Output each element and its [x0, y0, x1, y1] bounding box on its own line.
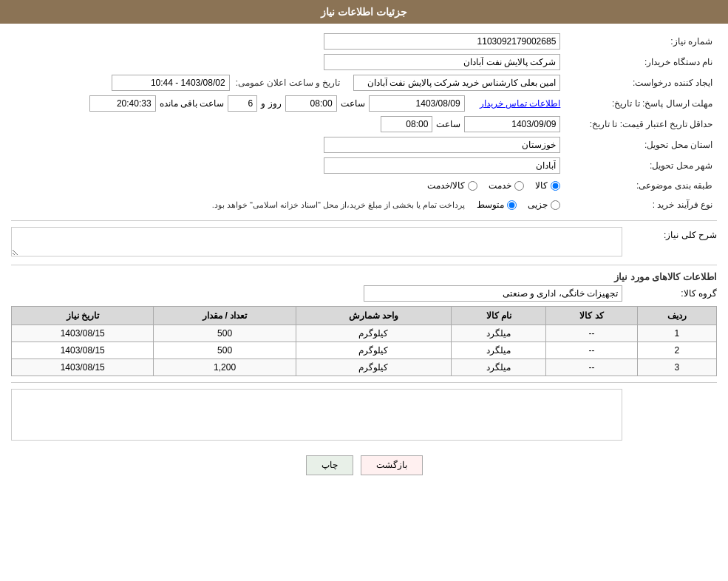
remaining-input[interactable]	[89, 95, 156, 112]
goods-table-head: ردیف کد کالا نام کالا واحد شمارش تعداد /…	[12, 307, 717, 325]
need-number-label: شماره نیاز:	[565, 31, 717, 52]
announcement-date-input[interactable]	[112, 75, 230, 91]
buyer-org-label: نام دستگاه خریدار:	[565, 52, 717, 72]
creator-value: تاریخ و ساعت اعلان عمومی:	[11, 72, 565, 93]
table-cell: 2	[637, 342, 716, 359]
category-goods-radio[interactable]	[551, 181, 560, 191]
table-cell: میلگرد	[452, 359, 546, 376]
goods-group-label: گروه کالا:	[628, 288, 717, 299]
goods-group-value	[364, 285, 622, 302]
table-cell: 3	[637, 359, 716, 376]
buyer-org-input[interactable]	[324, 54, 560, 70]
city-value	[11, 155, 565, 176]
table-cell: 1403/08/15	[12, 359, 154, 376]
back-button[interactable]: بازگشت	[361, 455, 423, 475]
table-row: 2--میلگردکیلوگرم5001403/08/15	[12, 342, 717, 359]
process-partial-radio[interactable]	[551, 200, 560, 210]
price-deadline-value: ساعت	[11, 114, 565, 135]
price-deadline-row: حداقل تاریخ اعتبار قیمت: تا تاریخ: ساعت	[11, 114, 717, 135]
button-row: بازگشت چاپ	[11, 446, 717, 484]
province-label: استان محل تحویل:	[565, 135, 717, 155]
category-service-radio[interactable]	[514, 181, 524, 191]
city-label: شهر محل تحویل:	[565, 155, 717, 176]
response-date-input[interactable]	[369, 95, 465, 112]
response-days-input[interactable]	[228, 95, 257, 112]
process-note: پرداخت تمام یا بخشی از مبلغ خرید،از محل …	[208, 198, 470, 212]
process-partial-item[interactable]: جزیی	[528, 200, 560, 210]
table-cell: 1	[637, 325, 716, 342]
process-partial-label: جزیی	[528, 200, 548, 210]
buyer-comments-section	[11, 389, 717, 441]
table-cell: 500	[154, 342, 296, 359]
divider-3	[11, 382, 717, 383]
process-options: جزیی متوسط پرداخت تمام یا بخشی از مبلغ خ…	[11, 195, 565, 214]
col-code: کد کالا	[546, 307, 637, 325]
category-service-item[interactable]: خدمت	[489, 180, 524, 191]
province-row: استان محل تحویل:	[11, 135, 717, 155]
divider-2	[11, 265, 717, 265]
goods-section-title: اطلاعات کالاهای مورد نیاز	[11, 271, 717, 282]
response-time-label: ساعت	[341, 98, 365, 109]
table-row: 3--میلگردکیلوگرم1,2001403/08/15	[12, 359, 717, 376]
table-cell: 500	[154, 325, 296, 342]
category-goods-service-radio[interactable]	[468, 181, 477, 191]
creator-label: ایجاد کننده درخواست:	[565, 72, 717, 93]
response-time-input[interactable]	[285, 95, 337, 112]
process-medium-radio[interactable]	[507, 200, 517, 210]
price-time-label: ساعت	[436, 119, 460, 129]
content-area: شماره نیاز: نام دستگاه خریدار: ایجاد کنن…	[0, 24, 728, 492]
announcement-row: ایجاد کننده درخواست: تاریخ و ساعت اعلان …	[11, 72, 717, 93]
table-row: 1--میلگردکیلوگرم5001403/08/15	[12, 325, 717, 342]
need-number-row: شماره نیاز:	[11, 31, 717, 52]
table-cell: --	[546, 359, 637, 376]
need-number-input[interactable]	[324, 33, 560, 50]
process-medium-item[interactable]: متوسط	[477, 200, 517, 210]
need-description-textarea[interactable]	[11, 227, 622, 256]
print-button[interactable]: چاپ	[306, 455, 353, 475]
announcement-label: تاریخ و ساعت اعلان عمومی:	[236, 78, 341, 88]
table-cell: میلگرد	[452, 342, 546, 359]
price-date-input[interactable]	[464, 116, 560, 132]
need-description-section: شرح کلی نیاز:	[11, 227, 717, 259]
table-cell: کیلوگرم	[296, 325, 452, 342]
page-wrapper: جزئیات اطلاعات نیاز شماره نیاز: نام دستگ…	[0, 0, 728, 581]
process-label: نوع فرآیند خرید :	[565, 195, 717, 214]
table-cell: کیلوگرم	[296, 342, 452, 359]
need-description-value	[11, 227, 622, 259]
response-deadline-label: مهلت ارسال پاسخ: تا تاریخ:	[565, 93, 717, 114]
province-input[interactable]	[324, 137, 560, 153]
page-title: جزئیات اطلاعات نیاز	[321, 6, 407, 18]
price-deadline-label: حداقل تاریخ اعتبار قیمت: تا تاریخ:	[565, 114, 717, 135]
need-number-value	[11, 31, 565, 52]
category-goods-service-item[interactable]: کالا/خدمت	[427, 180, 477, 191]
buyer-org-row: نام دستگاه خریدار:	[11, 52, 717, 72]
contact-row: مهلت ارسال پاسخ: تا تاریخ: اطلاعات تماس …	[11, 93, 717, 114]
response-days-label: روز و	[261, 98, 281, 109]
col-name: نام کالا	[452, 307, 546, 325]
col-date: تاریخ نیاز	[12, 307, 154, 325]
category-goods-item[interactable]: کالا	[535, 180, 560, 191]
response-deadline-value: اطلاعات تماس خریدار ساعت روز و ساعت باقی…	[11, 93, 565, 114]
process-medium-label: متوسط	[477, 200, 504, 210]
goods-table: ردیف کد کالا نام کالا واحد شمارش تعداد /…	[11, 306, 717, 376]
price-time-input[interactable]	[381, 116, 432, 132]
buyer-comments-label	[628, 389, 717, 392]
contact-info-link[interactable]: اطلاعات تماس خریدار	[480, 98, 561, 109]
divider-1	[11, 220, 717, 221]
creator-input[interactable]	[353, 75, 560, 91]
goods-group-input[interactable]	[364, 285, 622, 302]
table-cell: 1,200	[154, 359, 296, 376]
need-description-label: شرح کلی نیاز:	[628, 227, 717, 240]
category-label: طبقه بندی موضوعی:	[565, 176, 717, 195]
buyer-comments-box	[11, 389, 622, 441]
province-value	[11, 135, 565, 155]
page-header: جزئیات اطلاعات نیاز	[0, 0, 728, 24]
goods-table-header-row: ردیف کد کالا نام کالا واحد شمارش تعداد /…	[12, 307, 717, 325]
goods-table-body: 1--میلگردکیلوگرم5001403/08/152--میلگردکی…	[12, 325, 717, 376]
col-quantity: تعداد / مقدار	[154, 307, 296, 325]
category-options: کالا خدمت کالا/خدمت	[11, 176, 565, 195]
city-input[interactable]	[324, 157, 560, 174]
col-unit: واحد شمارش	[296, 307, 452, 325]
table-cell: --	[546, 325, 637, 342]
table-cell: --	[546, 342, 637, 359]
